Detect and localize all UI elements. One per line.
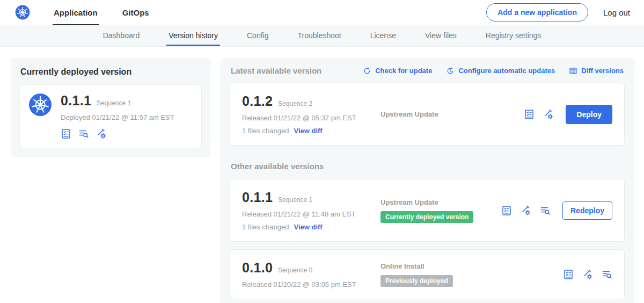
edit-config-icon[interactable]	[521, 205, 531, 216]
subnav-item-registry-settings[interactable]: Registry settings	[471, 25, 555, 46]
subnav-item-config[interactable]: Config	[232, 25, 283, 46]
released-timestamp: Released 01/20/22 @ 03:05 pm EST	[242, 280, 380, 288]
view-files-diff-icon[interactable]	[540, 205, 551, 216]
check-for-update-link[interactable]: Check for update	[363, 67, 432, 75]
release-notes-icon[interactable]	[501, 205, 512, 216]
currently-deployed-badge: Currently deployed version	[380, 211, 473, 223]
check-for-update-label: Check for update	[375, 67, 432, 75]
diff-versions-label: Diff versions	[581, 67, 624, 75]
edit-config-icon[interactable]	[96, 128, 107, 139]
app-subnav: Dashboard Version history Config Trouble…	[0, 25, 644, 47]
subnav-item-troubleshoot[interactable]: Troubleshoot	[283, 25, 355, 46]
version-source-label: Upstream Update	[380, 198, 496, 206]
deploy-button[interactable]: Deploy	[566, 105, 612, 124]
version-card-latest: 0.1.2 Sequence 2 Released 01/21/22 @ 05:…	[230, 83, 625, 146]
configure-automatic-updates-label: Configure automatic updates	[458, 67, 555, 75]
other-available-versions-title: Other available versions	[231, 162, 624, 171]
auto-update-icon	[446, 67, 455, 75]
refresh-icon	[363, 67, 371, 75]
view-files-diff-icon[interactable]	[78, 128, 89, 139]
app-kubernetes-logo-icon	[28, 93, 52, 117]
available-versions-panel: Latest available version Check for updat…	[220, 58, 634, 303]
sequence-label: Sequence 1	[278, 196, 312, 204]
deployed-sequence-label: Sequence 1	[97, 99, 131, 107]
subnav-item-dashboard[interactable]: Dashboard	[89, 25, 155, 46]
version-number: 0.1.2	[242, 93, 273, 109]
card-gap	[230, 242, 625, 249]
deployed-timestamp: Deployed 01/21/22 @ 11:57 am EST	[61, 113, 174, 121]
previously-deployed-badge: Previously deployed	[380, 275, 453, 287]
add-application-button[interactable]: Add a new application	[486, 3, 588, 21]
edit-config-icon[interactable]	[543, 109, 554, 120]
currently-deployed-title: Currently deployed version	[20, 67, 201, 77]
version-source-label: Upstream Update	[380, 110, 518, 118]
main-content: Currently deployed version 0.1.1 Sequenc…	[0, 47, 644, 303]
view-diff-link[interactable]: View diff	[294, 223, 322, 231]
subnav-item-license[interactable]: License	[356, 25, 411, 46]
version-card-0-1-1: 0.1.1 Sequence 1 Released 01/21/22 @ 11:…	[230, 179, 625, 242]
release-notes-icon[interactable]	[61, 128, 71, 139]
version-number: 0.1.0	[242, 260, 273, 276]
version-source-label: Online Install	[380, 262, 558, 270]
release-notes-icon[interactable]	[524, 109, 535, 120]
currently-deployed-panel: Currently deployed version 0.1.1 Sequenc…	[11, 58, 210, 157]
view-files-diff-icon[interactable]	[602, 269, 612, 280]
edit-config-icon[interactable]	[582, 269, 593, 280]
files-changed-label: 1 files changed	[242, 223, 289, 231]
release-notes-icon[interactable]	[563, 269, 574, 280]
deployed-card-body: 0.1.1 Sequence 1 Deployed 01/21/22 @ 11:…	[61, 93, 174, 139]
kubernetes-logo-icon	[15, 5, 30, 20]
deployed-version-number: 0.1.1	[61, 93, 91, 109]
released-timestamp: Released 01/21/22 @ 11:48 am EST	[242, 210, 380, 218]
latest-available-title: Latest available version	[231, 66, 321, 75]
redeploy-button[interactable]: Redeploy	[562, 201, 612, 220]
subnav-item-view-files[interactable]: View files	[411, 25, 471, 46]
released-timestamp: Released 01/21/22 @ 05:37 pm EST	[242, 114, 380, 122]
version-card-0-1-0: 0.1.0 Sequence 0 Released 01/20/22 @ 03:…	[230, 249, 625, 299]
logout-link[interactable]: Log out	[603, 8, 630, 17]
diff-columns-icon	[569, 67, 577, 75]
configure-automatic-updates-link[interactable]: Configure automatic updates	[446, 67, 555, 75]
diff-versions-link[interactable]: Diff versions	[569, 67, 624, 75]
sequence-label: Sequence 2	[278, 100, 312, 107]
files-changed-label: 1 files changed	[242, 127, 289, 135]
subnav-item-version-history[interactable]: Version history	[154, 25, 232, 46]
view-diff-link[interactable]: View diff	[294, 127, 322, 135]
version-number: 0.1.1	[242, 190, 273, 205]
tab-application[interactable]: Application	[50, 0, 101, 25]
sequence-label: Sequence 0	[278, 266, 312, 274]
tab-gitops[interactable]: GitOps	[119, 0, 152, 25]
top-navbar: Application GitOps Add a new application…	[0, 0, 644, 25]
deployed-version-card: 0.1.1 Sequence 1 Deployed 01/21/22 @ 11:…	[19, 84, 202, 148]
